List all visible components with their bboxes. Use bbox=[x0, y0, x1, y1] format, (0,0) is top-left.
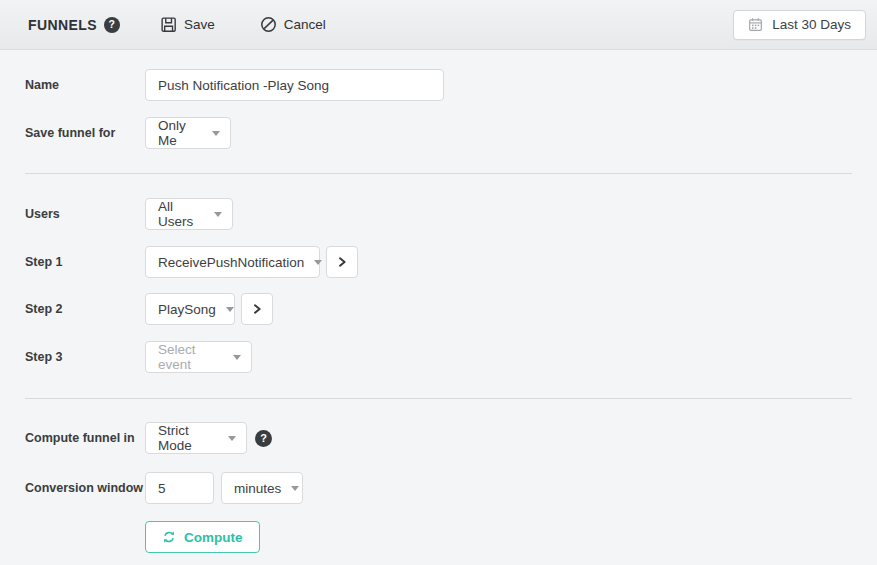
step3-row: Step 3 Select event bbox=[25, 341, 852, 373]
conversion-window-input[interactable] bbox=[145, 472, 214, 504]
caret-down-icon bbox=[226, 307, 234, 312]
conversion-window-unit-select[interactable]: minutes bbox=[221, 472, 303, 504]
compute-mode-label: Compute funnel in bbox=[25, 431, 145, 445]
name-label: Name bbox=[25, 78, 145, 92]
caret-down-icon bbox=[214, 212, 222, 217]
step2-event-select[interactable]: PlaySong bbox=[145, 293, 235, 325]
compute-mode-value: Strict Mode bbox=[158, 423, 218, 453]
section-divider bbox=[25, 173, 852, 174]
compute-button-row: Compute bbox=[25, 521, 852, 553]
save-funnel-for-row: Save funnel for Only Me bbox=[25, 117, 852, 149]
step2-label: Step 2 bbox=[25, 302, 145, 316]
page-title-group: FUNNELS ? bbox=[28, 17, 120, 33]
conversion-window-label: Conversion window bbox=[25, 481, 145, 495]
step1-row: Step 1 ReceivePushNotification bbox=[25, 246, 852, 278]
save-icon bbox=[160, 16, 177, 33]
compute-button-label: Compute bbox=[184, 530, 243, 545]
funnel-name-input[interactable] bbox=[145, 69, 444, 101]
page-title: FUNNELS bbox=[28, 17, 97, 33]
users-select[interactable]: All Users bbox=[145, 198, 233, 230]
calendar-icon bbox=[748, 17, 763, 32]
compute-mode-select[interactable]: Strict Mode bbox=[145, 422, 247, 454]
step1-event-value: ReceivePushNotification bbox=[158, 255, 304, 270]
step2-row: Step 2 PlaySong bbox=[25, 293, 852, 325]
save-funnel-for-value: Only Me bbox=[158, 118, 202, 148]
funnels-help-icon[interactable]: ? bbox=[104, 17, 120, 33]
top-toolbar: FUNNELS ? Save Cancel bbox=[0, 0, 877, 50]
step3-event-placeholder: Select event bbox=[158, 342, 223, 372]
caret-down-icon bbox=[291, 486, 299, 491]
caret-down-icon bbox=[212, 131, 220, 136]
users-row: Users All Users bbox=[25, 198, 852, 230]
compute-mode-row: Compute funnel in Strict Mode ? bbox=[25, 422, 852, 454]
compute-mode-help-icon[interactable]: ? bbox=[255, 430, 272, 447]
users-label: Users bbox=[25, 207, 145, 221]
step3-event-select[interactable]: Select event bbox=[145, 341, 252, 373]
cancel-button-label: Cancel bbox=[284, 17, 326, 32]
step1-event-select[interactable]: ReceivePushNotification bbox=[145, 246, 320, 278]
save-funnel-for-select[interactable]: Only Me bbox=[145, 117, 231, 149]
name-row: Name bbox=[25, 69, 852, 101]
step1-expand-button[interactable] bbox=[326, 246, 358, 278]
section-divider bbox=[25, 398, 852, 399]
save-funnel-for-label: Save funnel for bbox=[25, 126, 145, 140]
cancel-icon bbox=[260, 16, 277, 33]
users-value: All Users bbox=[158, 199, 204, 229]
save-button[interactable]: Save bbox=[160, 16, 215, 33]
conversion-window-row: Conversion window minutes bbox=[25, 472, 852, 504]
funnel-form: Name Save funnel for Only Me Users All U… bbox=[0, 69, 877, 553]
step2-event-value: PlaySong bbox=[158, 302, 216, 317]
cancel-button[interactable]: Cancel bbox=[260, 16, 326, 33]
date-range-label: Last 30 Days bbox=[772, 17, 851, 32]
step3-label: Step 3 bbox=[25, 350, 145, 364]
step2-expand-button[interactable] bbox=[241, 293, 273, 325]
chevron-right-icon bbox=[251, 303, 263, 315]
caret-down-icon bbox=[233, 355, 241, 360]
date-range-button[interactable]: Last 30 Days bbox=[733, 10, 866, 40]
caret-down-icon bbox=[314, 260, 322, 265]
step1-label: Step 1 bbox=[25, 255, 145, 269]
compute-button[interactable]: Compute bbox=[145, 521, 260, 553]
chevron-right-icon bbox=[336, 256, 348, 268]
conversion-window-unit-value: minutes bbox=[234, 481, 281, 496]
caret-down-icon bbox=[228, 436, 236, 441]
refresh-icon bbox=[162, 530, 176, 544]
save-button-label: Save bbox=[184, 17, 215, 32]
